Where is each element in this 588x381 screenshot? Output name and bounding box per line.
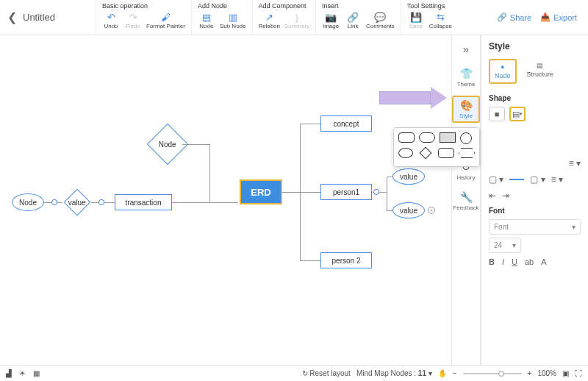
- shape-ellipse[interactable]: [398, 148, 413, 158]
- connector-line: [57, 202, 62, 203]
- toolbar-groups: Basic operation ↶Undo ↷Redo 🖌Format Pain…: [96, 0, 497, 35]
- redo-button[interactable]: ↷Redo: [124, 11, 142, 29]
- shape-circle[interactable]: [460, 132, 472, 144]
- connector-line: [282, 192, 300, 193]
- document-title[interactable]: Untitled: [23, 12, 55, 23]
- fit-button[interactable]: ▣: [562, 369, 569, 377]
- node-count: Mind Map Nodes : 11 ▾: [356, 369, 432, 377]
- connector-line: [387, 210, 392, 211]
- value-diamond-left[interactable]: value: [64, 189, 91, 216]
- node-tab[interactable]: ●Node: [489, 59, 517, 84]
- summary-icon: }: [291, 11, 303, 23]
- connector-line: [182, 144, 209, 145]
- connector-line: [300, 124, 320, 124]
- palette-icon: 🎨: [460, 99, 473, 111]
- font-size-select[interactable]: 24▾: [489, 238, 521, 253]
- concept-rect[interactable]: concept: [320, 115, 372, 132]
- image-button[interactable]: 📷Image: [322, 11, 340, 29]
- share-icon: 🔗: [497, 13, 507, 22]
- presentation-button[interactable]: ▟: [6, 369, 12, 377]
- undo-button[interactable]: ↶Undo: [102, 11, 120, 29]
- align-left-button[interactable]: ⇤: [489, 190, 496, 201]
- erd-node[interactable]: ERD: [240, 179, 282, 204]
- group-label: Insert: [322, 2, 395, 10]
- italic-button[interactable]: I: [502, 257, 504, 266]
- theme-tab[interactable]: 👕Theme: [452, 65, 480, 90]
- collapse-icon: ⇆: [434, 11, 446, 23]
- shirt-icon: 👕: [460, 68, 473, 79]
- shape-pill[interactable]: [419, 132, 435, 143]
- person1-rect[interactable]: person1: [320, 184, 372, 200]
- relation-button[interactable]: ↗Relation: [259, 11, 280, 29]
- fill-color-button[interactable]: ■: [489, 107, 505, 121]
- share-button[interactable]: 🔗Share: [497, 13, 531, 22]
- add-subnode-button[interactable]: ▥Sub Node: [220, 11, 246, 29]
- hand-tool[interactable]: ✋: [438, 369, 447, 377]
- export-button[interactable]: 📥Export: [540, 13, 577, 22]
- shape-diamond[interactable]: [420, 147, 432, 160]
- line-color-icon: [509, 179, 524, 180]
- feedback-tab[interactable]: 🔧Feedback: [452, 189, 480, 213]
- link-button[interactable]: 🔗Link: [344, 11, 362, 29]
- brightness-button[interactable]: ☀: [19, 369, 26, 377]
- wrench-icon: 🔧: [460, 191, 473, 203]
- line-style-button[interactable]: ≡ ▾: [569, 158, 581, 168]
- value-ellipse-1[interactable]: value: [392, 168, 425, 185]
- shape-rounded-rect[interactable]: [398, 132, 415, 143]
- border-color-button[interactable]: ▢ ▾: [530, 174, 545, 185]
- shape-rect[interactable]: [440, 132, 456, 143]
- summary-button[interactable]: }Summary: [284, 11, 309, 29]
- structure-tab[interactable]: ▤Structure: [523, 59, 559, 84]
- canvas[interactable]: Node value transaction Node ERD concept …: [0, 35, 451, 365]
- undo-icon: ↶: [105, 11, 117, 23]
- underline-button[interactable]: U: [512, 257, 517, 266]
- shape-hexagon[interactable]: [459, 148, 475, 158]
- style-tab[interactable]: 🎨Style: [452, 96, 480, 123]
- node-ellipse-left[interactable]: Node: [12, 193, 44, 211]
- fullscreen-button[interactable]: ⛶: [575, 369, 582, 377]
- structure-icon: ▤: [537, 62, 543, 69]
- group-tool-settings: Tool Settings 💾Save ⇆Collapse: [401, 0, 458, 35]
- comments-button[interactable]: 💬Comments: [366, 11, 395, 29]
- collapse-button[interactable]: ⇆Collapse: [429, 11, 452, 29]
- reset-layout-button[interactable]: ↻ Reset layout: [302, 369, 351, 377]
- indent-button[interactable]: ⇥: [502, 190, 509, 201]
- person2-rect[interactable]: person 2: [320, 252, 372, 268]
- add-child-icon[interactable]: +: [428, 207, 435, 214]
- zoom-out-button[interactable]: −: [453, 369, 457, 377]
- stack-icon: ▤: [512, 110, 520, 119]
- panel-tabs: ●Node ▤Structure: [489, 59, 581, 84]
- connector-line: [379, 192, 387, 193]
- shape-rounded-rect-2[interactable]: [438, 148, 454, 158]
- strike-button[interactable]: ab: [525, 257, 534, 266]
- transaction-rect[interactable]: transaction: [115, 194, 172, 210]
- group-basic: Basic operation ↶Undo ↷Redo 🖌Format Pain…: [96, 0, 191, 35]
- title-area: ❮ Untitled: [0, 0, 96, 35]
- font-family-select[interactable]: Font▾: [489, 219, 581, 235]
- redo-icon: ↷: [127, 11, 139, 23]
- bold-button[interactable]: B: [489, 257, 495, 266]
- connector-line: [387, 177, 387, 210]
- value-ellipse-2[interactable]: value: [392, 202, 425, 218]
- line-thickness-button[interactable]: ≡ ▾: [551, 174, 563, 185]
- toolbar: ❮ Untitled Basic operation ↶Undo ↷Redo 🖌…: [0, 0, 588, 35]
- grid-button[interactable]: ▦: [33, 369, 40, 377]
- text-color-button[interactable]: A: [541, 257, 546, 266]
- image-icon: 📷: [325, 11, 337, 23]
- text-style-row: B I U ab A: [489, 257, 581, 266]
- connector-line: [172, 202, 238, 203]
- save-button[interactable]: 💾Save: [407, 11, 425, 29]
- zoom-slider[interactable]: [463, 373, 522, 374]
- panel-title: Style: [489, 41, 581, 51]
- group-label: Add Component: [259, 2, 310, 10]
- format-painter-button[interactable]: 🖌Format Painter: [146, 11, 185, 29]
- shape-picker-button[interactable]: ▤▾: [509, 107, 526, 121]
- add-node-button[interactable]: ▤Node: [198, 11, 215, 29]
- shape-label: Shape: [489, 94, 581, 102]
- zoom-in-button[interactable]: +: [528, 369, 532, 377]
- collapse-panel-button[interactable]: »: [463, 43, 469, 55]
- back-button[interactable]: ❮: [7, 10, 17, 24]
- border-style-button[interactable]: ▢ ▾: [489, 174, 503, 185]
- statusbar: ▟ ☀ ▦ ↻ Reset layout Mind Map Nodes : 11…: [0, 365, 588, 381]
- chevron-down-icon: ▾: [572, 223, 576, 231]
